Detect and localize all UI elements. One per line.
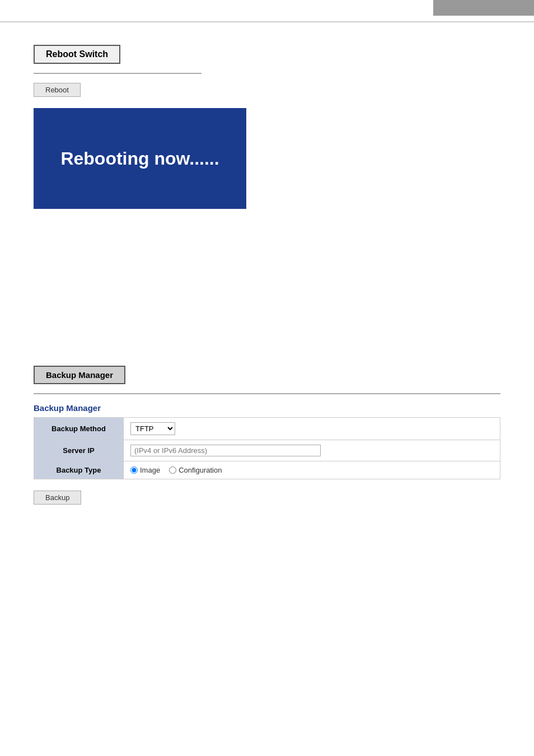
table-row-backup-method: Backup Method TFTP USB FTP bbox=[34, 418, 500, 440]
backup-table: Backup Method TFTP USB FTP Server IP bbox=[34, 417, 500, 479]
backup-type-radio-group: Image Configuration bbox=[130, 466, 493, 474]
backup-type-config-label[interactable]: Configuration bbox=[169, 466, 222, 474]
table-row-backup-type: Backup Type Image Configuration bbox=[34, 461, 500, 479]
backup-type-config-text: Configuration bbox=[179, 466, 222, 474]
reboot-section-title: Reboot Switch bbox=[34, 45, 120, 64]
server-ip-label: Server IP bbox=[34, 440, 124, 461]
backup-button[interactable]: Backup bbox=[34, 491, 81, 505]
backup-divider bbox=[34, 393, 500, 394]
backup-manager-heading: Backup Manager bbox=[34, 403, 500, 413]
top-bar-accent bbox=[433, 0, 534, 16]
reboot-title-text: Reboot Switch bbox=[46, 49, 108, 59]
backup-type-label: Backup Type bbox=[34, 461, 124, 479]
server-ip-value: (IPv4 or IPv6 Address) bbox=[124, 440, 500, 461]
backup-type-value: Image Configuration bbox=[124, 461, 500, 479]
backup-heading-text: Backup Manager bbox=[34, 403, 101, 413]
table-row-server-ip: Server IP (IPv4 or IPv6 Address) bbox=[34, 440, 500, 461]
reboot-section: Reboot Switch Reboot Rebooting now...... bbox=[34, 45, 500, 209]
rebooting-box: Rebooting now...... bbox=[34, 108, 246, 209]
rebooting-message: Rebooting now...... bbox=[60, 148, 219, 169]
main-content: Reboot Switch Reboot Rebooting now......… bbox=[0, 22, 534, 527]
backup-type-config-radio[interactable] bbox=[169, 466, 176, 474]
backup-type-image-text: Image bbox=[140, 466, 160, 474]
backup-type-image-label[interactable]: Image bbox=[130, 466, 160, 474]
backup-type-label-text: Backup Type bbox=[57, 466, 101, 474]
reboot-button[interactable]: Reboot bbox=[34, 83, 81, 97]
backup-section: Backup Manager Backup Manager Backup Met… bbox=[34, 366, 500, 505]
server-ip-label-text: Server IP bbox=[63, 446, 94, 455]
backup-method-select[interactable]: TFTP USB FTP bbox=[130, 422, 175, 435]
backup-method-value: TFTP USB FTP bbox=[124, 418, 500, 440]
backup-method-label: Backup Method bbox=[34, 418, 124, 440]
backup-type-image-radio[interactable] bbox=[130, 466, 138, 474]
reboot-divider bbox=[34, 73, 202, 74]
backup-button-label: Backup bbox=[45, 493, 69, 502]
backup-method-label-text: Backup Method bbox=[51, 424, 106, 433]
top-bar bbox=[0, 0, 534, 22]
backup-section-title-text: Backup Manager bbox=[46, 370, 113, 380]
backup-section-title-box: Backup Manager bbox=[34, 366, 125, 384]
reboot-button-label: Reboot bbox=[45, 86, 69, 94]
server-ip-input[interactable] bbox=[130, 445, 321, 456]
